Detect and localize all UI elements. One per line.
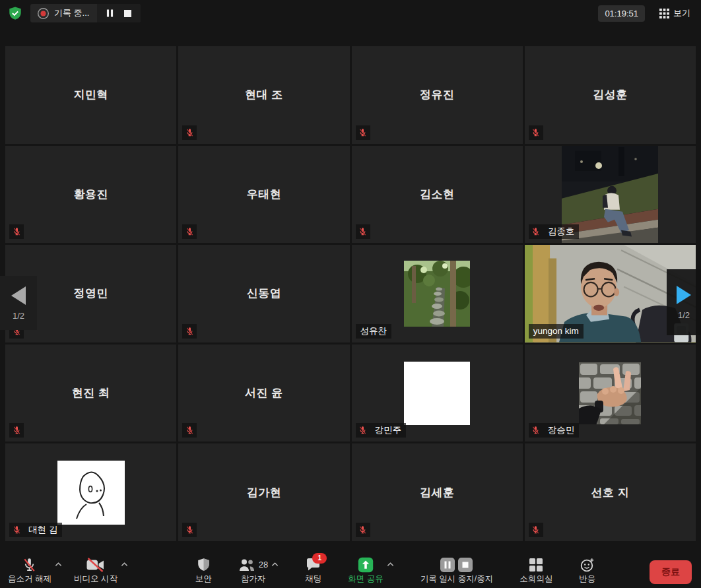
muted-mic-icon xyxy=(529,523,543,537)
muted-mic-icon xyxy=(529,423,543,438)
muted-mic-icon xyxy=(9,423,24,438)
video-control-group: 비디오 시작 xyxy=(73,556,129,583)
participant-tile[interactable]: 강민주 xyxy=(352,344,523,442)
chat-button[interactable]: 1 채팅 xyxy=(304,556,323,583)
participant-name: yungon kim xyxy=(529,324,584,339)
participant-label-chip xyxy=(182,324,197,339)
participant-name: 김세훈 xyxy=(352,443,523,541)
share-group: 화면 공유 xyxy=(347,556,395,583)
participant-label-chip: 장승민 xyxy=(529,423,580,438)
participant-name: 정유진 xyxy=(352,46,523,144)
muted-mic-icon xyxy=(356,224,370,239)
participant-label-chip: 성유찬 xyxy=(356,324,392,339)
reactions-button[interactable]: 반응 xyxy=(578,556,597,583)
participant-tile[interactable]: 현대 조 xyxy=(178,46,349,144)
record-pause-stop-button[interactable]: 기록 일시 중지/중지 xyxy=(419,556,494,583)
page-indicator: 1/2 xyxy=(678,310,690,320)
participant-tile[interactable]: 신동엽 xyxy=(178,245,349,343)
reactions-label: 반응 xyxy=(579,575,595,583)
participant-label-chip xyxy=(529,523,543,537)
participant-tile[interactable]: 성유찬 xyxy=(352,245,523,343)
participant-label-chip: 강민주 xyxy=(356,423,407,438)
share-screen-button[interactable]: 화면 공유 xyxy=(347,556,384,583)
breakout-rooms-icon xyxy=(529,558,543,572)
prev-page-arrow-icon xyxy=(10,286,27,306)
security-button[interactable]: 보안 xyxy=(194,556,213,583)
participant-name: 김성훈 xyxy=(525,46,696,144)
pause-recording-button[interactable] xyxy=(102,7,117,20)
participant-label-chip xyxy=(9,224,24,239)
share-options-chevron-icon[interactable] xyxy=(387,562,394,568)
participant-name: 김소현 xyxy=(352,146,523,244)
shield-icon xyxy=(197,557,211,572)
breakout-rooms-label: 소회의실 xyxy=(519,575,552,583)
participant-name: 서진 윤 xyxy=(178,344,349,442)
muted-mic-icon xyxy=(182,125,197,140)
participant-label-chip xyxy=(356,523,370,537)
recording-pill: 기록 중... xyxy=(30,4,141,22)
share-screen-label: 화면 공유 xyxy=(348,575,383,583)
participant-tile[interactable]: 현진 최 xyxy=(5,344,176,442)
participant-tile[interactable]: 김소현 xyxy=(352,146,523,244)
participant-tile[interactable]: 우태현 xyxy=(178,146,349,244)
top-bar: 기록 중... 01:19:51 보기 xyxy=(0,0,701,26)
participants-chevron-icon[interactable] xyxy=(271,562,279,568)
audio-options-chevron-icon[interactable] xyxy=(55,562,62,568)
end-meeting-button[interactable]: 종료 xyxy=(650,560,692,584)
recording-indicator: 기록 중... xyxy=(30,7,97,20)
next-page-arrow-icon xyxy=(675,285,692,305)
participant-name: 선호 지 xyxy=(525,443,696,541)
participant-name: 김가현 xyxy=(178,443,349,541)
security-shield-icon[interactable] xyxy=(7,5,24,22)
pause-record-icon xyxy=(440,558,455,572)
video-grid: 지민혁 현대 조 정유진 김성훈 황용진 xyxy=(5,46,696,541)
view-button[interactable]: 보기 xyxy=(655,7,694,20)
participant-name: 성유찬 xyxy=(356,324,392,339)
participant-tile[interactable]: 정유진 xyxy=(352,46,523,144)
record-label: 기록 일시 중지/중지 xyxy=(420,575,493,583)
stop-record-icon xyxy=(458,558,473,572)
participant-name: 대현 김 xyxy=(24,523,62,537)
participant-tile[interactable]: 김세훈 xyxy=(352,443,523,541)
participant-tile[interactable]: 장승민 xyxy=(525,344,696,442)
participant-tile[interactable]: 김성훈 xyxy=(525,46,696,144)
page-indicator: 1/2 xyxy=(13,311,24,321)
muted-mic-icon xyxy=(182,523,197,537)
video-options-chevron-icon[interactable] xyxy=(121,562,128,568)
participant-name: 김종호 xyxy=(543,224,580,239)
share-screen-icon xyxy=(358,557,374,573)
recording-dot-icon xyxy=(37,7,50,20)
participant-label-chip xyxy=(356,224,370,239)
grid-view-icon xyxy=(659,9,669,18)
view-button-label: 보기 xyxy=(673,7,690,19)
control-toolbar: 음소거 해제 비디오 시작 보안 28 참가자 xyxy=(0,553,701,588)
participant-tile[interactable]: 서진 윤 xyxy=(178,344,349,442)
participant-tile[interactable]: 김가현 xyxy=(178,443,349,541)
zoom-meeting-window: 기록 중... 01:19:51 보기 지민혁 현대 조 xyxy=(0,0,701,588)
chat-badge: 1 xyxy=(312,553,327,564)
participant-label-chip xyxy=(182,224,197,239)
participants-label: 참가자 xyxy=(241,575,266,583)
participant-tile[interactable]: 황용진 xyxy=(5,146,176,244)
unmute-button[interactable]: 음소거 해제 xyxy=(7,556,53,583)
participant-tile[interactable]: 선호 지 xyxy=(525,443,696,541)
participant-tile[interactable]: 김종호 xyxy=(525,146,696,244)
participant-label-chip: 김종호 xyxy=(529,224,580,239)
participant-name: 황용진 xyxy=(5,146,176,244)
next-page-button[interactable]: 1/2 xyxy=(667,269,701,335)
participant-label-chip: 대현 김 xyxy=(9,523,62,537)
toolbar-center: 보안 28 참가자 1 채팅 xyxy=(141,556,650,583)
participant-tile[interactable]: 지민혁 xyxy=(5,46,176,144)
participant-label-chip xyxy=(182,523,197,537)
muted-mic-icon xyxy=(22,557,37,573)
muted-mic-icon xyxy=(182,324,197,339)
muted-mic-icon xyxy=(9,523,24,537)
muted-mic-icon xyxy=(182,224,197,239)
prev-page-button[interactable]: 1/2 xyxy=(0,276,37,330)
participants-button[interactable]: 28 참가자 xyxy=(237,556,269,583)
breakout-rooms-button[interactable]: 소회의실 xyxy=(518,556,554,583)
start-video-button[interactable]: 비디오 시작 xyxy=(73,556,119,583)
participant-tile[interactable]: 대현 김 xyxy=(5,443,176,541)
stop-recording-button[interactable] xyxy=(120,7,135,20)
top-bar-right: 01:19:51 보기 xyxy=(598,5,694,22)
